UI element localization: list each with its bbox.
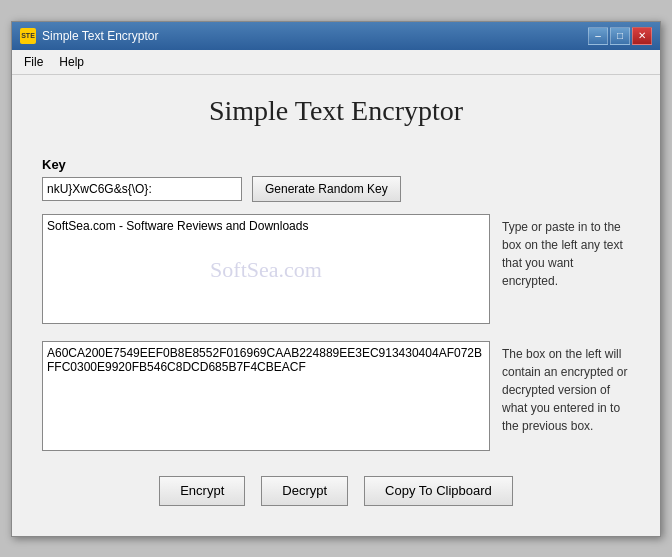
close-button[interactable]: ✕ (632, 27, 652, 45)
key-section: Key Generate Random Key (42, 157, 630, 202)
input-text-panel: SoftSea.com - Software Reviews and Downl… (42, 214, 490, 327)
input-textarea-wrapper: SoftSea.com - Software Reviews and Downl… (42, 214, 490, 327)
menu-bar: File Help (12, 50, 660, 75)
bottom-buttons: Encrypt Decrypt Copy To Clipboard (42, 468, 630, 516)
output-text-panel: A60CA200E7549EEF0B8E8552F016969CAAB22488… (42, 341, 490, 454)
output-panel-hint: The box on the left will contain an encr… (490, 341, 630, 454)
app-icon: STE (20, 28, 36, 44)
menu-file[interactable]: File (16, 52, 51, 72)
window-title: Simple Text Encryptor (42, 29, 159, 43)
main-window: STE Simple Text Encryptor – □ ✕ File Hel… (11, 21, 661, 537)
input-panel-row: SoftSea.com - Software Reviews and Downl… (42, 214, 630, 327)
key-label: Key (42, 157, 630, 172)
decrypt-button[interactable]: Decrypt (261, 476, 348, 506)
menu-help[interactable]: Help (51, 52, 92, 72)
output-textarea-wrapper: A60CA200E7549EEF0B8E8552F016969CAAB22488… (42, 341, 490, 454)
input-panel-hint: Type or paste in to the box on the left … (490, 214, 630, 327)
title-bar: STE Simple Text Encryptor – □ ✕ (12, 22, 660, 50)
key-input[interactable] (42, 177, 242, 201)
app-title: Simple Text Encryptor (42, 95, 630, 137)
key-row: Generate Random Key (42, 176, 630, 202)
copy-to-clipboard-button[interactable]: Copy To Clipboard (364, 476, 513, 506)
output-textarea[interactable]: A60CA200E7549EEF0B8E8552F016969CAAB22488… (42, 341, 490, 451)
output-panel-row: A60CA200E7549EEF0B8E8552F016969CAAB22488… (42, 341, 630, 454)
content-area: Simple Text Encryptor Key Generate Rando… (12, 75, 660, 536)
encrypt-button[interactable]: Encrypt (159, 476, 245, 506)
maximize-button[interactable]: □ (610, 27, 630, 45)
title-bar-left: STE Simple Text Encryptor (20, 28, 159, 44)
window-controls: – □ ✕ (588, 27, 652, 45)
input-textarea[interactable]: SoftSea.com - Software Reviews and Downl… (42, 214, 490, 324)
generate-key-button[interactable]: Generate Random Key (252, 176, 401, 202)
minimize-button[interactable]: – (588, 27, 608, 45)
